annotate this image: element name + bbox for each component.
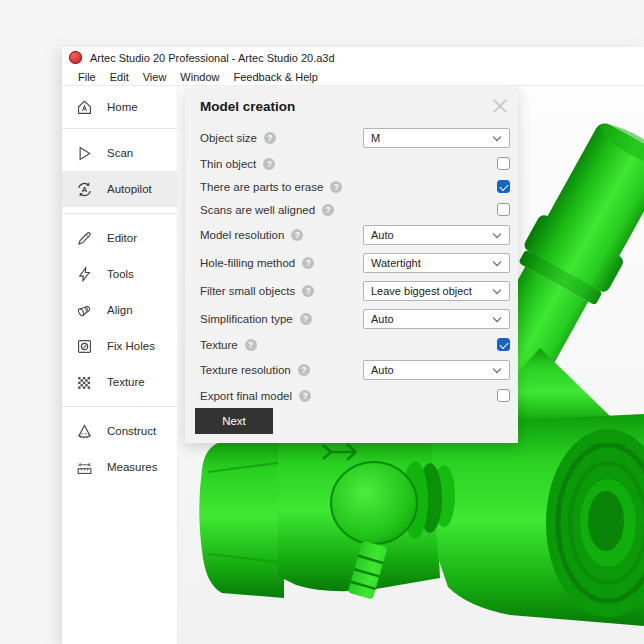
field-label: Model resolution bbox=[200, 229, 284, 241]
checker-icon bbox=[75, 373, 94, 392]
help-icon[interactable] bbox=[322, 204, 334, 216]
menu-edit[interactable]: Edit bbox=[103, 71, 136, 83]
filter-small-objects-select[interactable]: Leave biggest object bbox=[363, 281, 510, 301]
field-filter-small-objects: Filter small objects Leave biggest objec… bbox=[200, 277, 510, 305]
field-texture-resolution: Texture resolution Auto bbox=[200, 356, 510, 384]
sidebar-item-editor[interactable]: Editor bbox=[62, 220, 177, 256]
parts-to-erase-checkbox[interactable] bbox=[497, 180, 510, 193]
sidebar-group-construct: Construct Measures bbox=[62, 407, 177, 491]
chevron-down-icon bbox=[492, 316, 502, 323]
sidebar-item-scan[interactable]: Scan bbox=[62, 135, 177, 171]
menu-window[interactable]: Window bbox=[173, 71, 226, 83]
sidebar-label: Fix Holes bbox=[107, 340, 155, 352]
field-model-resolution: Model resolution Auto bbox=[200, 221, 510, 249]
select-value: Auto bbox=[371, 229, 394, 241]
lightning-icon bbox=[75, 265, 94, 284]
texture-resolution-select[interactable]: Auto bbox=[363, 360, 510, 380]
dialog-title: Model creation bbox=[200, 99, 295, 114]
sidebar-item-measures[interactable]: Measures bbox=[62, 449, 177, 485]
scan-play-icon bbox=[75, 144, 94, 163]
help-icon[interactable] bbox=[330, 181, 342, 193]
app-window: Artec Studio 20 Professional - Artec Stu… bbox=[62, 47, 644, 644]
help-icon[interactable] bbox=[264, 132, 276, 144]
sidebar-item-tools[interactable]: Tools bbox=[62, 256, 177, 292]
artec-logo-icon bbox=[69, 51, 82, 64]
model-creation-dialog: Model creation Object size M Thin object bbox=[185, 88, 518, 443]
close-icon[interactable] bbox=[490, 96, 510, 116]
sidebar-item-align[interactable]: Align bbox=[62, 292, 177, 328]
help-icon[interactable] bbox=[245, 339, 257, 351]
select-value: Auto bbox=[371, 313, 394, 325]
dialog-header: Model creation bbox=[200, 88, 510, 124]
flashlight-icon bbox=[75, 301, 94, 320]
screenshot-canvas: Artec Studio 20 Professional - Artec Stu… bbox=[0, 0, 644, 644]
menu-view[interactable]: View bbox=[136, 71, 174, 83]
chevron-down-icon bbox=[492, 135, 502, 142]
select-value: M bbox=[371, 132, 380, 144]
field-label: Thin object bbox=[200, 158, 256, 170]
autopilot-icon: A bbox=[75, 180, 94, 199]
menu-feedback-help[interactable]: Feedback & Help bbox=[226, 71, 324, 83]
home-icon bbox=[75, 98, 94, 117]
texture-checkbox[interactable] bbox=[497, 338, 510, 351]
chevron-down-icon bbox=[492, 232, 502, 239]
field-label: There are parts to erase bbox=[200, 181, 323, 193]
sidebar-item-autopilot[interactable]: A Autopilot bbox=[62, 171, 177, 207]
field-label: Filter small objects bbox=[200, 285, 295, 297]
cone-icon bbox=[75, 422, 94, 441]
sidebar-item-fix-holes[interactable]: Fix Holes bbox=[62, 328, 177, 364]
app-body: Home Scan bbox=[62, 86, 644, 644]
select-value: Auto bbox=[371, 364, 394, 376]
sidebar-label: Editor bbox=[107, 232, 137, 244]
chevron-down-icon bbox=[492, 288, 502, 295]
field-simplification-type: Simplification type Auto bbox=[200, 305, 510, 333]
field-scans-aligned: Scans are well aligned bbox=[200, 198, 510, 221]
export-final-model-checkbox[interactable] bbox=[497, 389, 510, 402]
help-icon[interactable] bbox=[300, 313, 312, 325]
menu-file[interactable]: File bbox=[71, 71, 103, 83]
field-parts-to-erase: There are parts to erase bbox=[200, 175, 510, 198]
sidebar-label: Home bbox=[107, 101, 138, 113]
field-label: Scans are well aligned bbox=[200, 204, 315, 216]
chevron-down-icon bbox=[492, 260, 502, 267]
help-icon[interactable] bbox=[298, 364, 310, 376]
fix-holes-icon bbox=[75, 337, 94, 356]
simplification-type-select[interactable]: Auto bbox=[363, 309, 510, 329]
sidebar-label: Texture bbox=[107, 376, 145, 388]
help-icon[interactable] bbox=[299, 390, 311, 402]
sidebar-label: Scan bbox=[107, 147, 133, 159]
sidebar-group-scan: Scan A Autopilot bbox=[62, 129, 177, 213]
sidebar-label: Construct bbox=[107, 425, 156, 437]
help-icon[interactable] bbox=[291, 229, 303, 241]
sidebar-group-edit: Editor Tools bbox=[62, 214, 177, 406]
field-label: Simplification type bbox=[200, 313, 293, 325]
scans-aligned-checkbox[interactable] bbox=[497, 203, 510, 216]
field-texture: Texture bbox=[200, 333, 510, 356]
sidebar-label: Autopilot bbox=[107, 183, 152, 195]
sidebar-item-home[interactable]: Home bbox=[62, 86, 177, 128]
hole-filling-select[interactable]: Watertight bbox=[363, 253, 510, 273]
svg-text:A: A bbox=[82, 185, 88, 194]
select-value: Watertight bbox=[371, 257, 421, 269]
title-bar: Artec Studio 20 Professional - Artec Stu… bbox=[62, 47, 644, 68]
model-resolution-select[interactable]: Auto bbox=[363, 225, 510, 245]
help-icon[interactable] bbox=[302, 257, 314, 269]
menu-bar: File Edit View Window Feedback & Help bbox=[62, 68, 644, 86]
pencil-icon bbox=[75, 229, 94, 248]
next-button[interactable]: Next bbox=[195, 408, 273, 434]
window-title: Artec Studio 20 Professional - Artec Stu… bbox=[90, 52, 335, 64]
sidebar-item-construct[interactable]: Construct bbox=[62, 413, 177, 449]
3d-viewport[interactable]: Model creation Object size M Thin object bbox=[178, 86, 644, 644]
sidebar: Home Scan bbox=[62, 86, 178, 644]
field-label: Hole-filling method bbox=[200, 257, 295, 269]
sidebar-label: Align bbox=[107, 304, 133, 316]
help-icon[interactable] bbox=[302, 285, 314, 297]
field-label: Export final model bbox=[200, 390, 292, 402]
field-thin-object: Thin object bbox=[200, 152, 510, 175]
object-size-select[interactable]: M bbox=[363, 128, 510, 148]
help-icon[interactable] bbox=[263, 158, 275, 170]
thin-object-checkbox[interactable] bbox=[497, 157, 510, 170]
sidebar-label: Measures bbox=[107, 461, 158, 473]
sidebar-item-texture[interactable]: Texture bbox=[62, 364, 177, 400]
field-label: Texture bbox=[200, 339, 238, 351]
